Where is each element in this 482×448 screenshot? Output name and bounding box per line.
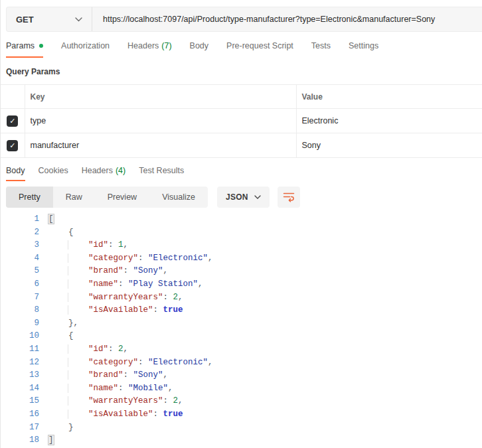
token-punc: { (68, 331, 74, 340)
token-key: "isAvailable" (88, 305, 153, 315)
line-number: 2 (1, 226, 39, 240)
chevron-down-icon (75, 17, 82, 22)
token-str: "Sony" (133, 370, 163, 380)
token-g (68, 358, 88, 367)
token-key: "category" (88, 358, 138, 367)
view-mode-preview[interactable]: Preview (95, 187, 149, 208)
token-key: "brand" (88, 370, 123, 380)
token-key: "isAvailable" (88, 410, 153, 419)
line-content: ] (39, 434, 54, 447)
line-content: { (39, 330, 74, 343)
token-g (68, 410, 88, 419)
token-key: "id" (88, 344, 108, 354)
line-number: 16 (1, 408, 39, 421)
url-input[interactable]: https://localhost:7097/api/Product/type-… (92, 7, 482, 31)
token-lbox: ] (48, 435, 54, 445)
token-punc: , (163, 370, 169, 380)
token-punc: } (68, 423, 74, 432)
line-number: 15 (1, 395, 39, 408)
token-punc: : (153, 410, 163, 419)
response-tab-cookies[interactable]: Cookies (39, 166, 68, 181)
token-punc: , (178, 396, 183, 406)
token-bool: true (163, 305, 183, 315)
token-ws (48, 240, 68, 250)
param-value-cell[interactable]: Electronic (296, 109, 482, 133)
token-g (68, 293, 88, 302)
token-key: "id" (88, 240, 108, 250)
checkbox-checked[interactable]: ✓ (7, 140, 18, 151)
token-punc: , (198, 279, 203, 289)
request-tab-headers[interactable]: Headers(7) (127, 41, 172, 58)
token-g (68, 266, 88, 275)
method-label: GET (16, 15, 34, 25)
method-selector[interactable]: GET (7, 7, 92, 31)
wrap-text-button[interactable] (278, 187, 300, 208)
code-line: 12 "category": "Electronic", (1, 356, 482, 370)
response-tabs: BodyCookiesHeaders(4)Test Results (1, 158, 482, 181)
token-ws (48, 344, 68, 354)
line-number: 4 (1, 252, 39, 265)
line-number: 7 (1, 291, 39, 305)
line-content: "warrantyYears": 2, (39, 291, 183, 305)
token-key: "name" (88, 384, 118, 393)
format-selector[interactable]: JSON (217, 187, 270, 208)
request-tab-body[interactable]: Body (190, 41, 209, 58)
request-tab-pre-request-script[interactable]: Pre-request Script (226, 41, 293, 58)
token-ws (48, 293, 68, 302)
param-key-cell[interactable]: type (25, 109, 296, 133)
line-content: "name": "Play Station", (39, 278, 203, 291)
response-tab-body[interactable]: Body (6, 166, 25, 181)
checkbox-checked[interactable]: ✓ (7, 115, 18, 127)
tab-label: Tests (311, 41, 331, 50)
token-key: "warrantyYears" (88, 293, 163, 302)
token-bool: true (163, 410, 183, 419)
line-number: 8 (1, 304, 39, 317)
params-header-value: Value (296, 85, 482, 109)
token-key: "warrantyYears" (88, 396, 163, 406)
token-key: "brand" (88, 266, 123, 275)
code-line: 11 "id": 2, (1, 343, 482, 356)
token-punc: , (163, 266, 169, 275)
line-number: 6 (1, 278, 39, 291)
view-mode-pretty[interactable]: Pretty (6, 187, 53, 208)
unsaved-dot-icon (39, 44, 43, 48)
params-header-row: Key Value (1, 85, 482, 109)
code-line: 1[ (1, 213, 482, 226)
response-tab-test-results[interactable]: Test Results (139, 166, 184, 181)
tab-label: Headers (127, 41, 159, 50)
line-content: "category": "Electronic", (39, 356, 213, 370)
request-tab-tests[interactable]: Tests (311, 41, 331, 58)
token-ws (48, 396, 68, 406)
token-punc: { (68, 228, 74, 237)
request-tab-settings[interactable]: Settings (349, 41, 378, 58)
token-ws (48, 279, 68, 289)
line-number: 5 (1, 265, 39, 278)
token-g (68, 384, 88, 393)
line-number: 9 (1, 317, 39, 331)
params-header-checkbox-cell (1, 85, 25, 109)
token-punc: , (123, 240, 129, 250)
line-content: "id": 1, (39, 239, 128, 252)
chevron-down-icon (254, 195, 261, 199)
token-ws (48, 370, 68, 380)
response-tab-headers[interactable]: Headers(4) (82, 166, 126, 181)
view-mode-raw[interactable]: Raw (53, 187, 95, 208)
view-mode-visualize[interactable]: Visualize (149, 187, 208, 208)
tab-label: Body (190, 41, 209, 50)
token-lbox: [ (48, 214, 54, 224)
line-content: "category": "Electronic", (39, 252, 213, 265)
param-row-type: ✓typeElectronic (1, 109, 482, 133)
code-line: 14 "name": "Mobile", (1, 382, 482, 396)
token-punc: , (208, 358, 213, 367)
line-content: "isAvailable": true (39, 408, 183, 421)
param-value-cell[interactable]: Sony (296, 133, 482, 158)
token-ws (48, 384, 68, 393)
token-punc: }, (68, 319, 78, 328)
request-tab-params[interactable]: Params (6, 41, 43, 58)
request-tab-authorization[interactable]: Authorization (61, 41, 110, 58)
response-body-code[interactable]: 1[2 {3 "id": 1,4 "category": "Electronic… (1, 213, 482, 447)
query-params-title: Query Params (1, 58, 482, 84)
token-punc: : (108, 344, 118, 354)
params-header-key: Key (25, 85, 296, 109)
param-key-cell[interactable]: manufacturer (25, 133, 296, 158)
